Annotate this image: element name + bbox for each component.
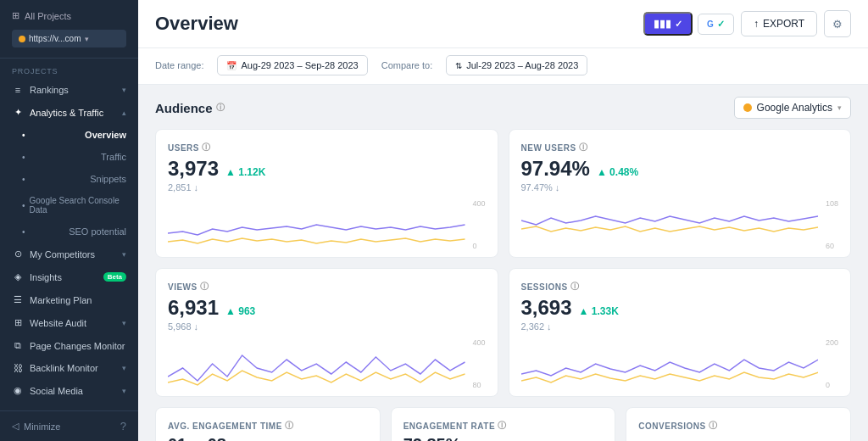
- sidebar-item-competitors[interactable]: ⊙ My Competitors ▾: [0, 243, 138, 265]
- conversions-info[interactable]: ⓘ: [709, 420, 718, 432]
- users-info-icon[interactable]: ⓘ: [202, 142, 211, 154]
- seo-label: SEO potential: [69, 226, 126, 237]
- engagement-rate-info[interactable]: ⓘ: [498, 420, 507, 432]
- marketing-icon: ☰: [12, 294, 24, 305]
- engagement-time-info[interactable]: ⓘ: [285, 420, 294, 432]
- url-badge[interactable]: https://v...com ▾: [12, 30, 126, 47]
- grid-icon: ⊞: [12, 10, 19, 21]
- views-y-labels: 400 80: [472, 338, 485, 389]
- audit-label: Website Audit: [30, 318, 86, 328]
- views-chart: 400 80: [168, 338, 486, 389]
- engagement-time-label: AVG. ENGAGEMENT TIME ⓘ: [168, 420, 368, 432]
- projects-section-label: PROJECTS: [0, 59, 138, 79]
- page-title: Overview: [155, 13, 238, 35]
- competitors-label: My Competitors: [30, 249, 95, 260]
- page-changes-icon: ⧉: [12, 340, 24, 351]
- audience-info-icon[interactable]: ⓘ: [216, 102, 225, 114]
- users-prev: 2,851 ↓: [168, 182, 486, 193]
- insights-label: Insights: [30, 272, 62, 282]
- new-users-chart: 108 60: [521, 199, 839, 250]
- sessions-chart: 200 0: [521, 338, 839, 389]
- engagement-time-value: 01m:08s ▼ 03s: [168, 435, 368, 441]
- users-change: ▲ 1.12K: [225, 166, 265, 178]
- backlink-icon: ⛓: [12, 363, 24, 373]
- sidebar-item-marketing[interactable]: ☰ Marketing Plan: [0, 288, 138, 311]
- sessions-card: SESSIONS ⓘ 3,693 ▲ 1.33K 2,362 ↓ 200 0: [509, 268, 852, 397]
- export-label: EXPORT: [763, 18, 804, 30]
- rankings-chevron: ▾: [122, 86, 126, 94]
- views-change: ▲ 963: [225, 305, 255, 317]
- marketing-label: Marketing Plan: [30, 295, 92, 305]
- minimize-label: Minimize: [24, 421, 60, 432]
- sidebar-item-overview[interactable]: Overview: [0, 124, 138, 146]
- engagement-rate-number: 72.85%: [403, 435, 461, 441]
- sidebar-item-gsc[interactable]: Google Search Console Data: [0, 190, 138, 220]
- url-chevron: ▾: [85, 35, 89, 43]
- new-users-card: NEW USERS ⓘ 97.94% ▲ 0.48% 97.47% ↓ 108 …: [509, 129, 852, 258]
- backlink-chevron: ▾: [122, 364, 126, 372]
- gear-icon: ⚙: [832, 18, 843, 31]
- users-y-labels: 400 0: [472, 199, 485, 250]
- bar-check: ✓: [675, 19, 682, 30]
- engagement-rate-card: ENGAGEMENT RATE ⓘ 72.85% ▲ 10.53%: [391, 407, 616, 441]
- sidebar-item-rankings[interactable]: ≡ Rankings ▾: [0, 79, 138, 101]
- help-icon[interactable]: ?: [120, 420, 126, 433]
- ga-dot: [743, 103, 752, 112]
- users-value: 3,973 ▲ 1.12K: [168, 157, 486, 181]
- sidebar-item-seo[interactable]: SEO potential: [0, 220, 138, 243]
- top-bar-actions: ▮▮▮ ✓ G ✓ ↑ EXPORT ⚙: [643, 10, 851, 37]
- sidebar-item-analytics[interactable]: ✦ Analytics & Traffic ▴: [0, 101, 138, 124]
- audience-header: Audience ⓘ Google Analytics ▾: [155, 97, 851, 119]
- minimize-button[interactable]: ◁ Minimize: [12, 421, 60, 432]
- settings-button[interactable]: ⚙: [824, 10, 851, 37]
- engagement-rate-value: 72.85% ▲ 10.53%: [403, 435, 604, 441]
- rankings-icon: ≡: [12, 85, 24, 95]
- users-label: USERS ⓘ: [168, 142, 486, 154]
- social-label: Social Media: [30, 386, 83, 396]
- engagement-time-text: AVG. ENGAGEMENT TIME: [168, 421, 282, 431]
- engagement-time-number: 01m:08s: [168, 435, 236, 441]
- sidebar: ⊞ All Projects https://v...com ▾ PROJECT…: [0, 0, 138, 441]
- sidebar-item-traffic[interactable]: Traffic: [0, 146, 138, 168]
- new-users-y-labels: 108 60: [826, 199, 838, 250]
- google-toggle[interactable]: G ✓: [698, 14, 734, 35]
- export-icon: ↑: [754, 18, 759, 30]
- sessions-info-icon[interactable]: ⓘ: [570, 281, 580, 293]
- views-info-icon[interactable]: ⓘ: [200, 281, 209, 293]
- sidebar-item-audit[interactable]: ⊞ Website Audit ▾: [0, 311, 138, 334]
- conversions-card: CONVERSIONS ⓘ: [626, 407, 851, 441]
- audit-icon: ⊞: [12, 317, 24, 328]
- competitors-icon: ⊙: [12, 248, 24, 260]
- views-prev: 5,968 ↓: [168, 321, 486, 332]
- compare-range-value: Jul-29 2023 – Aug-28 2023: [466, 60, 578, 70]
- date-range-button[interactable]: 📅 Aug-29 2023 – Sep-28 2023: [217, 55, 367, 75]
- competitors-chevron: ▾: [122, 250, 126, 259]
- audience-title: Audience ⓘ: [155, 101, 225, 115]
- ga-dropdown[interactable]: Google Analytics ▾: [734, 97, 851, 119]
- sidebar-item-page-changes[interactable]: ⧉ Page Changes Monitor: [0, 334, 138, 357]
- compare-range-button[interactable]: ⇅ Jul-29 2023 – Aug-28 2023: [446, 55, 587, 75]
- sidebar-item-snippets[interactable]: Snippets: [0, 168, 138, 190]
- new-users-prev: 97.47% ↓: [521, 182, 839, 193]
- chart-toggle: ▮▮▮ ✓ G ✓: [643, 12, 734, 36]
- beta-badge: Beta: [103, 272, 126, 282]
- sidebar-item-social[interactable]: ◉ Social Media ▾: [0, 379, 138, 402]
- sidebar-item-insights[interactable]: ◈ Insights Beta: [0, 265, 138, 288]
- top-bar: Overview ▮▮▮ ✓ G ✓ ↑ EXPORT ⚙: [138, 0, 868, 48]
- conversions-label: CONVERSIONS ⓘ: [638, 420, 838, 432]
- sidebar-footer: ◁ Minimize ?: [0, 410, 138, 441]
- analytics-chevron: ▴: [122, 109, 126, 117]
- sessions-number: 3,693: [521, 296, 572, 320]
- bar-chart-toggle[interactable]: ▮▮▮ ✓: [643, 12, 693, 36]
- analytics-label: Analytics & Traffic: [30, 108, 103, 118]
- sessions-value: 3,693 ▲ 1.33K: [521, 296, 839, 320]
- sidebar-item-backlink[interactable]: ⛓ Backlink Monitor ▾: [0, 357, 138, 379]
- filter-bar: Date range: 📅 Aug-29 2023 – Sep-28 2023 …: [138, 48, 868, 85]
- new-users-number: 97.94%: [521, 157, 590, 181]
- rankings-label: Rankings: [30, 85, 69, 95]
- export-button[interactable]: ↑ EXPORT: [741, 11, 817, 36]
- all-projects-link[interactable]: ⊞ All Projects: [12, 10, 126, 30]
- compare-icon: ⇅: [455, 61, 462, 70]
- page-changes-label: Page Changes Monitor: [30, 341, 125, 351]
- new-users-info-icon[interactable]: ⓘ: [579, 142, 588, 154]
